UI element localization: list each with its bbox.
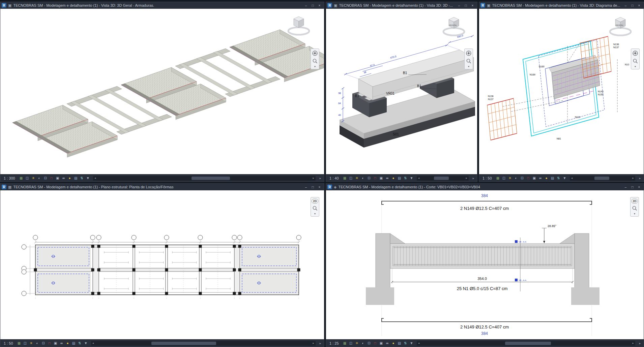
crop-region-visibility-icon[interactable]: □ bbox=[526, 176, 531, 181]
view-cube[interactable]: FRONTAL bbox=[609, 15, 632, 37]
chevron-down-icon[interactable]: ▾ bbox=[468, 66, 469, 68]
filter-icon[interactable]: ▼ bbox=[85, 176, 91, 181]
view-cube[interactable] bbox=[287, 14, 311, 36]
navigation-wheel-icon[interactable] bbox=[312, 50, 318, 56]
scrollbar-track[interactable] bbox=[95, 341, 311, 346]
sun-path-icon[interactable]: ☀ bbox=[354, 176, 360, 181]
reveal-hidden-elements-icon[interactable]: ● bbox=[391, 341, 396, 346]
view-canvas-rebar-diagram[interactable]: N160 N169 N136 N137 N149 N150 N81 N10 N1… bbox=[479, 9, 644, 174]
visual-style-icon[interactable]: ◫ bbox=[348, 176, 354, 181]
crop-region-visibility-icon[interactable]: □ bbox=[47, 341, 52, 346]
expand-panel-icon[interactable]: ▸ bbox=[318, 177, 323, 180]
expand-panel-icon[interactable]: ▸ bbox=[318, 342, 323, 345]
scrollbar-track[interactable] bbox=[574, 176, 631, 181]
scale-button[interactable]: 1 : 25 bbox=[327, 341, 341, 345]
detail-level-icon[interactable]: ▦ bbox=[19, 176, 24, 181]
scale-button[interactable]: 1 : 300 bbox=[2, 176, 17, 180]
temporary-hide-isolate-icon[interactable]: ∞ bbox=[61, 176, 66, 181]
minimize-button[interactable]: – bbox=[456, 3, 462, 8]
shadows-icon[interactable]: ◐ bbox=[35, 341, 40, 346]
zoom-icon[interactable] bbox=[312, 58, 318, 64]
section-box-icon[interactable]: ▣ bbox=[379, 176, 384, 181]
titlebar[interactable]: R ▦ TECNOBRAS SM - Modelagem e detalhame… bbox=[0, 184, 324, 190]
close-button[interactable]: × bbox=[636, 184, 642, 190]
horizontal-scrollbar[interactable]: ◂ ▸ bbox=[93, 176, 316, 181]
section-box-icon[interactable]: ▣ bbox=[532, 176, 537, 181]
section-box-icon[interactable]: ▣ bbox=[55, 176, 60, 181]
temporary-view-properties-icon[interactable]: ▤ bbox=[71, 341, 77, 346]
navigation-wheel-icon[interactable] bbox=[466, 50, 472, 56]
reveal-hidden-elements-icon[interactable]: ● bbox=[544, 176, 549, 181]
navigation-bar[interactable]: ▾ bbox=[311, 49, 319, 69]
scroll-right-icon[interactable]: ▸ bbox=[464, 176, 469, 181]
section-box-icon[interactable]: ▣ bbox=[53, 341, 58, 346]
scrollbar-track[interactable] bbox=[421, 176, 464, 181]
navigation-wheel-icon[interactable] bbox=[632, 50, 638, 56]
chevron-down-icon[interactable]: ▾ bbox=[635, 66, 636, 68]
crop-view-icon[interactable]: ⊡ bbox=[367, 341, 372, 346]
visual-style-icon[interactable]: ◫ bbox=[501, 176, 507, 181]
filter-icon[interactable]: ▼ bbox=[409, 341, 414, 346]
restore-button[interactable]: □ bbox=[629, 3, 636, 8]
detail-level-icon[interactable]: ▦ bbox=[495, 176, 501, 181]
view-cube[interactable]: FRONTAL bbox=[442, 15, 466, 37]
detail-level-icon[interactable]: ▦ bbox=[17, 341, 22, 346]
2d-wheel-icon[interactable]: 2D bbox=[312, 199, 318, 203]
temporary-view-properties-icon[interactable]: ▤ bbox=[397, 341, 402, 346]
shadows-icon[interactable]: ◐ bbox=[360, 341, 366, 346]
filter-icon[interactable]: ▼ bbox=[83, 341, 89, 346]
titlebar[interactable]: R ▣ TECNOBRAS SM - Modelagem e detalhame… bbox=[326, 2, 477, 9]
worksharing-display-icon[interactable]: ⇅ bbox=[403, 341, 408, 346]
scroll-right-icon[interactable]: ▸ bbox=[631, 176, 635, 181]
crop-view-icon[interactable]: ⊡ bbox=[520, 176, 525, 181]
view-canvas-3d-geral[interactable]: ▾ bbox=[0, 9, 324, 174]
shadows-icon[interactable]: ◐ bbox=[514, 176, 519, 181]
chevron-down-icon[interactable]: ▾ bbox=[634, 213, 635, 215]
horizontal-scrollbar[interactable]: ◂ ▸ bbox=[91, 341, 316, 346]
scrollbar-track[interactable] bbox=[421, 341, 631, 346]
visual-style-icon[interactable]: ◫ bbox=[25, 176, 30, 181]
visual-style-icon[interactable]: ◫ bbox=[23, 341, 28, 346]
horizontal-scrollbar[interactable]: ◂ ▸ bbox=[417, 176, 469, 181]
navigation-bar[interactable]: 2D ▾ bbox=[311, 197, 319, 217]
view-canvas-section[interactable]: 384 2 N149 Ø12.5 C=407 cm VB - A-A bbox=[326, 190, 644, 339]
scroll-left-icon[interactable]: ◂ bbox=[417, 176, 421, 181]
restore-button[interactable]: □ bbox=[310, 3, 316, 8]
sun-path-icon[interactable]: ☀ bbox=[354, 341, 360, 346]
titlebar[interactable]: R ▣ TECNOBRAS SM - Modelagem e detalhame… bbox=[479, 2, 644, 9]
shadows-icon[interactable]: ◐ bbox=[360, 176, 366, 181]
reveal-hidden-elements-icon[interactable]: ● bbox=[65, 341, 70, 346]
scrollbar-thumb[interactable] bbox=[505, 342, 551, 345]
revit-logo-icon[interactable]: R bbox=[327, 185, 332, 189]
crop-view-icon[interactable]: ⊡ bbox=[43, 176, 48, 181]
chevron-down-icon[interactable]: ▾ bbox=[314, 213, 316, 215]
temporary-view-properties-icon[interactable]: ▤ bbox=[73, 176, 79, 181]
minimize-button[interactable]: – bbox=[303, 3, 309, 8]
revit-logo-icon[interactable]: R bbox=[2, 185, 6, 189]
worksharing-display-icon[interactable]: ⇅ bbox=[403, 176, 408, 181]
zoom-icon[interactable] bbox=[632, 206, 637, 211]
crop-region-visibility-icon[interactable]: □ bbox=[49, 176, 54, 181]
temporary-hide-isolate-icon[interactable]: ∞ bbox=[385, 341, 390, 346]
sun-path-icon[interactable]: ☀ bbox=[31, 176, 36, 181]
scroll-right-icon[interactable]: ▸ bbox=[311, 176, 316, 181]
minimize-button[interactable]: – bbox=[303, 184, 309, 190]
section-box-icon[interactable]: ▣ bbox=[379, 341, 384, 346]
titlebar[interactable]: R ◈ TECNOBRAS SM - Modelagem e detalhame… bbox=[326, 184, 644, 190]
view-canvas-3d-beam[interactable]: 470.0 160.0 97.4 38 98 64 40 B1 bbox=[326, 9, 477, 174]
temporary-view-properties-icon[interactable]: ▤ bbox=[550, 176, 555, 181]
navigation-bar[interactable]: ▾ bbox=[631, 49, 640, 69]
zoom-icon[interactable] bbox=[312, 206, 318, 211]
minimize-button[interactable]: – bbox=[622, 3, 629, 8]
horizontal-scrollbar[interactable]: ◂ ▸ bbox=[570, 176, 635, 181]
scroll-left-icon[interactable]: ◂ bbox=[570, 176, 574, 181]
scale-button[interactable]: 1 : 40 bbox=[327, 176, 341, 180]
scroll-left-icon[interactable]: ◂ bbox=[91, 341, 95, 346]
close-button[interactable]: × bbox=[636, 3, 642, 8]
scrollbar-track[interactable] bbox=[97, 176, 311, 181]
scroll-right-icon[interactable]: ▸ bbox=[311, 341, 316, 346]
detail-level-icon[interactable]: ▦ bbox=[342, 341, 348, 346]
expand-panel-icon[interactable]: ▸ bbox=[638, 177, 642, 180]
filter-icon[interactable]: ▼ bbox=[562, 176, 567, 181]
crop-region-visibility-icon[interactable]: □ bbox=[373, 341, 378, 346]
